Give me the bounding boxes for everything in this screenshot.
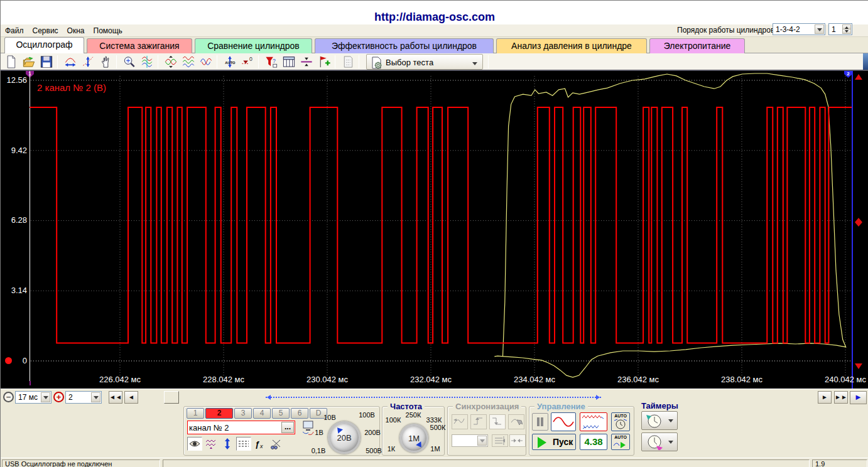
chevron-down-icon[interactable] (477, 436, 487, 446)
single-wave-mode-button[interactable] (551, 412, 576, 431)
cylinder-number-stepper[interactable]: 1 (828, 23, 852, 35)
zoom-out-time-icon[interactable]: − (3, 392, 14, 402)
toolbar-separator (335, 55, 335, 68)
zoom-icon[interactable] (121, 54, 138, 70)
tab-1[interactable]: Осциллограф (4, 37, 84, 53)
channel-button-6[interactable]: 6 (291, 408, 308, 419)
grid-lines-icon[interactable] (236, 437, 251, 451)
go-last-button[interactable]: ►► (834, 391, 848, 404)
auto-measure-button[interactable]: AUTO (611, 412, 630, 431)
flag-add-icon[interactable] (316, 54, 332, 70)
two-waves-icon[interactable] (198, 54, 214, 70)
pointer-trigger-icon[interactable] (508, 414, 524, 429)
go-next-button[interactable]: ► (818, 391, 832, 404)
tab-4[interactable]: Эффективность работы цилиндров (315, 38, 494, 53)
zero-level-icon[interactable]: 0 (239, 54, 256, 70)
run-control-title: Управление (534, 402, 588, 411)
start-button[interactable]: Пуск (532, 434, 576, 450)
signals-icon[interactable] (139, 54, 155, 70)
divider-select[interactable]: 2 (65, 391, 102, 404)
chevron-down-icon[interactable] (41, 392, 50, 402)
smoothing-icon[interactable] (203, 437, 219, 451)
chevron-down-icon (472, 62, 477, 68)
menu-помощь[interactable]: Помощь (94, 26, 122, 35)
menu-окна[interactable]: Окна (67, 26, 85, 35)
tab-3[interactable]: Сравнение цилиндров (195, 38, 312, 53)
notes-icon[interactable] (340, 54, 356, 70)
y-tick-label: 6.28 (1, 215, 27, 225)
frequency-knob[interactable]: 1М (399, 424, 428, 453)
go-prev-button[interactable]: ◄ (124, 391, 138, 404)
voltage-knob-value: 20В (330, 433, 359, 443)
menu-сервис[interactable]: Сервис (33, 26, 58, 35)
channel-button-4[interactable]: 4 (253, 408, 271, 419)
chevron-down-icon[interactable] (91, 392, 100, 402)
measurement-value: 4.38 (580, 434, 607, 450)
cylinder-order-select[interactable]: 1-3-4-2 (773, 23, 825, 35)
tab-5[interactable]: Анализ давления в цилиндре (496, 38, 647, 53)
rising-edge-icon[interactable] (470, 414, 487, 429)
voltage-scale-label: 200В (364, 429, 381, 436)
open-file-icon[interactable] (21, 54, 37, 70)
table-icon[interactable] (281, 54, 297, 70)
scrollbar-thumb[interactable] (164, 391, 179, 404)
spin-down-icon[interactable] (842, 29, 851, 34)
auto-start-button[interactable]: AUTO (611, 434, 630, 450)
channel-button-5[interactable]: 5 (272, 408, 290, 419)
test-select-button[interactable]: Выбор теста (366, 54, 483, 70)
chevron-down-icon[interactable] (815, 24, 824, 34)
menu-файл[interactable]: Файл (5, 26, 24, 35)
y-tick-label: 0 (1, 356, 27, 365)
frequency-knob-value: 1М (401, 434, 426, 443)
timer-start-button[interactable] (641, 411, 678, 430)
channel-name-input[interactable] (189, 422, 281, 433)
formula-icon[interactable]: ƒx (252, 437, 268, 451)
scissors-icon[interactable] (269, 437, 284, 451)
voltage-knob[interactable]: 20В (328, 421, 361, 454)
voltage-scale-label: 10В (323, 414, 336, 421)
sync-shift-icon[interactable] (492, 434, 508, 447)
zoom-in-time-icon[interactable]: + (53, 392, 64, 402)
go-first-button[interactable]: ◄◄ (109, 391, 122, 404)
display-sync-icon[interactable] (301, 419, 316, 436)
pause-button[interactable] (532, 413, 548, 431)
fit-vertical-icon[interactable] (220, 437, 235, 451)
channel-button-1[interactable]: 1 (187, 408, 204, 419)
vertical-scale-icon[interactable] (80, 54, 96, 70)
svg-text:?: ? (273, 58, 276, 64)
toolbar-separator (359, 55, 359, 68)
chevron-down-icon (668, 419, 673, 425)
split-icon[interactable] (298, 54, 315, 70)
tab-6[interactable]: Электропитание (649, 38, 745, 53)
compare-waves-icon[interactable] (163, 54, 179, 70)
voltage-scale-label: 500В (366, 447, 382, 454)
voltage-scale-label: 100В (359, 411, 375, 419)
burst-wave-mode-button[interactable] (580, 412, 607, 431)
multi-waves-icon[interactable] (180, 54, 197, 70)
channel-button-2[interactable]: 2 (205, 408, 233, 419)
status-spacer (163, 459, 810, 467)
waveform-plot (30, 71, 862, 389)
visibility-icon[interactable] (187, 437, 202, 451)
hand-icon[interactable] (97, 54, 114, 70)
oscilloscope-display[interactable]: 2 канал № 2 (В) 1 2 12.569.426.283.140 2… (1, 71, 868, 389)
toolbar-separator (258, 55, 259, 68)
sync-group: Синхронизация (447, 406, 526, 456)
slope-trigger-icon[interactable] (452, 414, 468, 429)
auto-level-icon[interactable]: AUTO (222, 54, 238, 70)
channel-more-button[interactable]: ... (281, 422, 294, 433)
timer-stop-button[interactable] (641, 432, 678, 451)
channel-button-3[interactable]: 3 (234, 408, 252, 419)
play-forward-button[interactable]: ► (850, 391, 867, 404)
new-file-icon[interactable] (3, 54, 19, 70)
knob-pointer-icon (333, 423, 343, 433)
tab-2[interactable]: Система зажигания (87, 38, 192, 53)
falling-edge-icon[interactable] (489, 414, 506, 429)
sync-source-select[interactable] (452, 434, 488, 447)
time-scale-select[interactable]: 17 мс (15, 391, 52, 404)
sync-converge-icon[interactable] (509, 434, 526, 447)
save-icon[interactable] (38, 54, 55, 70)
filter-icon[interactable]: ? (263, 54, 279, 70)
horizontal-scale-icon[interactable] (62, 54, 79, 70)
y-tick-label: 12.56 (1, 75, 27, 85)
